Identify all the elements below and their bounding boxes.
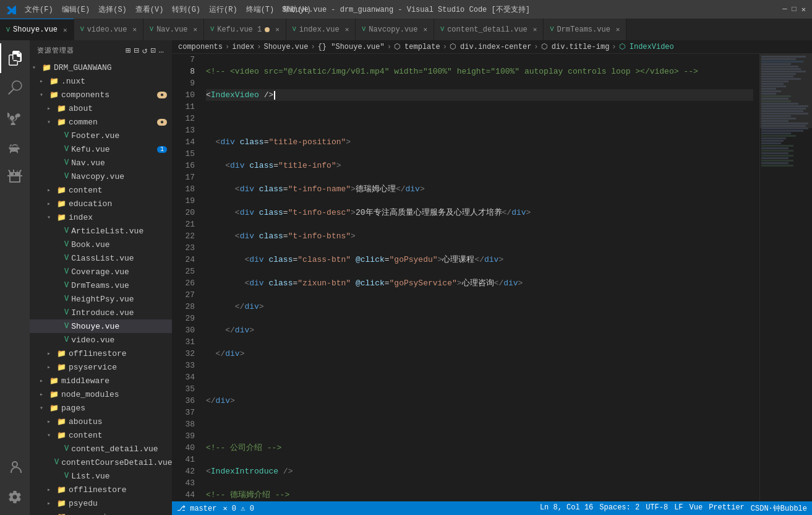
git-branch[interactable]: ⎇ master (177, 504, 216, 513)
aboutus-folder[interactable]: ▸ 📁 aboutus (30, 415, 172, 428)
minimap[interactable] (759, 54, 812, 501)
content-folder[interactable]: ▸ 📁 content (30, 183, 172, 197)
menu-run[interactable]: 运行(R) (205, 4, 241, 15)
activity-explorer[interactable] (0, 43, 30, 73)
tab-close-btn[interactable]: ✕ (345, 25, 349, 33)
activity-git[interactable] (0, 103, 30, 132)
vscode-logo-icon (6, 4, 16, 14)
activity-search[interactable] (0, 73, 30, 103)
contentcourse-vue[interactable]: V contentCourseDetail.vue (30, 456, 172, 469)
window-maximize[interactable]: □ (792, 5, 797, 14)
window-close[interactable]: ✕ (801, 5, 806, 14)
tab-close-btn[interactable]: ✕ (132, 25, 137, 33)
sidebar-header: 资源管理器 ⊞ ⊟ ↺ ⊡ … (30, 40, 172, 61)
menu-terminal[interactable]: 终端(T) (242, 4, 278, 15)
activity-extensions[interactable] (0, 162, 30, 192)
offlinestore-folder[interactable]: ▸ 📁 offlinestore (30, 347, 172, 360)
prettier-status[interactable]: Prettier (709, 503, 745, 514)
tab-nav[interactable]: VNav.vue✕ (143, 19, 204, 40)
footer-vue[interactable]: V Footer.vue (30, 129, 172, 142)
components-folder[interactable]: ▾ 📁 components ● (30, 88, 172, 102)
refresh-btn[interactable]: ↺ (142, 45, 148, 56)
tab-shouye[interactable]: VShouye.vue✕ (0, 19, 74, 40)
book-vue[interactable]: V Book.vue (30, 238, 172, 251)
new-folder-btn[interactable]: ⊟ (134, 45, 139, 56)
menu-edit[interactable]: 编辑(E) (58, 4, 94, 15)
education-folder[interactable]: ▸ 📁 education (30, 197, 172, 210)
coverage-vue[interactable]: V Coverage.vue (30, 265, 172, 279)
menu-goto[interactable]: 转到(G) (168, 4, 204, 15)
classlist-vue[interactable]: V ClassList.vue (30, 251, 172, 265)
window-minimize[interactable]: ─ (782, 5, 787, 14)
encoding[interactable]: UTF-8 (646, 503, 668, 514)
tab-kefu[interactable]: VKefu.vue 1✕ (204, 19, 286, 40)
line-ending[interactable]: LF (674, 503, 683, 514)
kefu-vue[interactable]: V Kefu.vue 1 (30, 142, 172, 156)
editor-area: components › index › Shouye.vue › {} "Sh… (172, 40, 812, 515)
tab-drmteams[interactable]: VDrmTeams.vue✕ (544, 19, 626, 40)
drmteams-vue[interactable]: V DrmTeams.vue (30, 279, 172, 292)
window-title: Shouye.vue - drm_guanwang - Visual Studi… (282, 4, 530, 15)
content-pages-folder[interactable]: ▾ 📁 content (30, 428, 172, 442)
heightpsy-vue[interactable]: V HeightPsy.vue (30, 292, 172, 306)
nav-vue[interactable]: V Nav.vue (30, 156, 172, 170)
tab-close-btn[interactable]: ✕ (424, 25, 428, 33)
new-file-btn[interactable]: ⊞ (126, 45, 131, 56)
error-count[interactable]: ✕ 0 ⚠ 0 (223, 504, 254, 513)
tab-index[interactable]: Vindex.vue✕ (286, 19, 356, 40)
introduce-vue[interactable]: V Introduce.vue (30, 306, 172, 319)
node-modules-folder[interactable]: ▸ 📁 node_modules (30, 387, 172, 401)
tab-close-btn[interactable]: ✕ (63, 26, 67, 34)
root-folder[interactable]: ▾ 📁 DRM_GUANWANG (30, 61, 172, 74)
activity-settings[interactable] (0, 482, 30, 512)
about-folder[interactable]: ▸ 📁 about (30, 102, 172, 115)
vue-file-icon: V (550, 26, 553, 33)
code-content[interactable]: <!-- <video src="@/static/img/v01.mp4" w… (200, 54, 759, 501)
psyservice-pages-folder[interactable]: ▸ 📁 psyservice (30, 510, 172, 515)
middleware-folder[interactable]: ▸ 📁 middleware (30, 374, 172, 387)
content-detail-vue[interactable]: V content_detail.vue (30, 442, 172, 456)
activity-debug[interactable] (0, 132, 30, 162)
video-vue[interactable]: V video.vue (30, 333, 172, 347)
file-tree: ▾ 📁 DRM_GUANWANG ▸ 📁 .nuxt ▾ 📁 component… (30, 61, 172, 515)
menu-bar: 文件(F) 编辑(E) 选择(S) 查看(V) 转到(G) 运行(R) 终端(T… (21, 4, 315, 15)
feedback: CSDN·钟Bubble (751, 503, 807, 514)
tab-close-btn[interactable]: ✕ (194, 25, 198, 33)
vue-file-icon: V (80, 26, 84, 33)
menu-select[interactable]: 选择(S) (95, 4, 130, 15)
activity-bar (0, 40, 30, 515)
articlelist-vue[interactable]: V ArticleList.vue (30, 224, 172, 238)
tab-close-btn[interactable]: ✕ (616, 25, 620, 33)
editor[interactable]: 7 8 9 10 11 12 13 14 15 16 17 18 19 20 2… (172, 54, 812, 501)
pages-folder[interactable]: ▾ 📁 pages (30, 401, 172, 415)
tab-close-btn[interactable]: ✕ (533, 25, 537, 33)
sidebar: 资源管理器 ⊞ ⊟ ↺ ⊡ … ▾ 📁 DRM_GUANWANG (30, 40, 172, 515)
collapse-btn[interactable]: ⊡ (150, 45, 156, 56)
indentation[interactable]: Spaces: 2 (599, 503, 639, 514)
tab-content_detail[interactable]: Vcontent_detail.vue✕ (434, 19, 544, 40)
language-mode[interactable]: Vue (690, 503, 703, 514)
vue-file-icon: V (440, 26, 444, 33)
tab-navcopy[interactable]: VNavcopy.vue✕ (356, 19, 434, 40)
psyservice-folder[interactable]: ▸ 📁 psyservice (30, 360, 172, 374)
shouye-vue[interactable]: V Shouye.vue (30, 319, 172, 333)
vue-file-icon: V (6, 27, 10, 33)
activity-accounts[interactable] (0, 452, 30, 482)
tab-close-btn[interactable]: ✕ (275, 25, 280, 33)
nuxt-folder[interactable]: ▸ 📁 .nuxt (30, 74, 172, 88)
menu-view[interactable]: 查看(V) (132, 4, 168, 15)
vue-file-icon: V (210, 26, 214, 33)
offlinestore-pages-folder[interactable]: ▸ 📁 offlinestore (30, 483, 172, 496)
psyedu-folder[interactable]: ▸ 📁 psyedu (30, 496, 172, 510)
title-bar: 文件(F) 编辑(E) 选择(S) 查看(V) 转到(G) 运行(R) 终端(T… (0, 0, 812, 19)
index-folder[interactable]: ▾ 📁 index (30, 210, 172, 224)
cursor-position[interactable]: Ln 8, Col 16 (540, 503, 593, 514)
vue-file-icon: V (362, 26, 365, 33)
tab-video[interactable]: Vvideo.vue✕ (74, 19, 143, 40)
commen-folder[interactable]: ▾ 📁 commen ● (30, 115, 172, 129)
navcopy-vue[interactable]: V Navcopy.vue (30, 170, 172, 183)
menu-file[interactable]: 文件(F) (21, 4, 57, 15)
list-vue[interactable]: V List.vue (30, 469, 172, 483)
vue-file-icon: V (293, 26, 296, 33)
more-btn[interactable]: … (159, 45, 165, 56)
